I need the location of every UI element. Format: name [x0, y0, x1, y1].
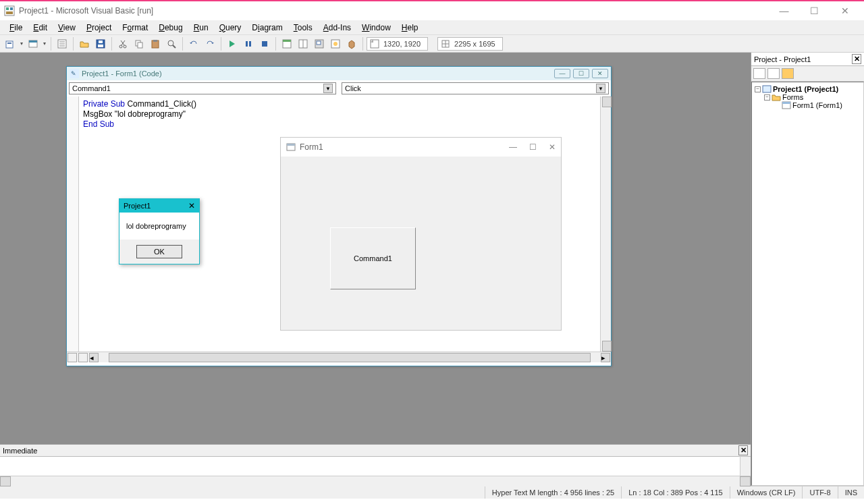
add-project-icon[interactable] [3, 36, 18, 51]
project-explorer-icon[interactable] [279, 36, 294, 51]
undo-icon[interactable] [186, 36, 201, 51]
menu-query[interactable]: Query [214, 22, 247, 34]
project-explorer-title: Project - Project1 [754, 55, 811, 63]
project-tree[interactable]: − Project1 (Project1) − Forms Form1 (For… [751, 82, 864, 486]
find-icon[interactable] [164, 36, 179, 51]
command1-button[interactable]: Command1 [330, 227, 416, 289]
svg-line-17 [122, 40, 125, 45]
copy-icon[interactable] [132, 36, 146, 51]
status-encoding: UTF-8 [802, 486, 837, 499]
toggle-folders-button[interactable] [782, 68, 794, 79]
chevron-down-icon[interactable]: ▼ [323, 84, 333, 93]
save-icon[interactable] [93, 36, 108, 51]
procedure-view-button[interactable] [68, 353, 77, 362]
code-vertical-scrollbar[interactable] [600, 96, 611, 352]
folder-icon [772, 93, 781, 101]
menu-debug[interactable]: Debug [153, 22, 188, 34]
menu-window[interactable]: Window [356, 22, 396, 34]
collapse-icon[interactable]: − [755, 86, 761, 92]
code-maximize-button[interactable]: ☐ [573, 69, 589, 78]
view-code-button[interactable] [753, 68, 765, 79]
svg-rect-29 [283, 40, 291, 42]
redo-icon[interactable] [202, 36, 217, 51]
message-box-text: lol dobreprogramy [119, 213, 199, 240]
tree-project-node[interactable]: − Project1 (Project1) [755, 85, 861, 93]
add-form-dropdown[interactable]: ▾ [42, 40, 47, 47]
status-position: Ln : 18 Col : 389 Pos : 4 115 [621, 486, 729, 499]
menubar: File Edit View Project Format Debug Run … [0, 20, 864, 35]
immediate-vertical-scrollbar[interactable] [740, 457, 751, 476]
menu-edit[interactable]: Edit [28, 22, 53, 34]
svg-rect-1 [6, 7, 9, 10]
window-minimize-button[interactable]: — [769, 1, 799, 20]
menu-view[interactable]: View [53, 22, 81, 34]
cut-icon[interactable] [115, 36, 130, 51]
svg-rect-25 [246, 41, 248, 47]
menu-editor-icon[interactable] [55, 36, 70, 51]
menu-format[interactable]: Format [117, 22, 153, 34]
message-box-ok-button[interactable]: OK [136, 245, 182, 258]
menu-file[interactable]: File [4, 22, 28, 34]
properties-icon[interactable] [296, 36, 310, 51]
menu-addins[interactable]: Add-Ins [318, 22, 356, 34]
hscroll-right[interactable]: ▸ [601, 353, 610, 362]
form1-close-button[interactable]: ✕ [549, 142, 556, 152]
message-box-titlebar[interactable]: Project1 ✕ [119, 199, 199, 213]
svg-rect-3 [6, 11, 13, 14]
view-object-button[interactable] [767, 68, 780, 79]
window-close-button[interactable]: ✕ [830, 1, 860, 20]
immediate-input[interactable] [0, 457, 751, 476]
collapse-icon[interactable]: − [764, 94, 770, 101]
menu-project[interactable]: Project [81, 22, 117, 34]
immediate-title: Immediate [3, 447, 37, 455]
window-maximize-button[interactable]: ☐ [799, 1, 830, 20]
object-combo-value: Command1 [72, 84, 111, 92]
code-window-titlebar[interactable]: ✎ Project1 - Form1 (Code) — ☐ ✕ [67, 67, 611, 80]
pause-icon[interactable] [241, 36, 256, 51]
svg-rect-33 [317, 41, 321, 45]
object-combo[interactable]: Command1 ▼ [69, 82, 336, 94]
immediate-close-button[interactable]: ✕ [738, 445, 748, 455]
chevron-down-icon[interactable]: ▼ [596, 84, 605, 93]
svg-rect-7 [29, 40, 37, 43]
menu-diagram[interactable]: Diagram [246, 22, 288, 34]
code-minimize-button[interactable]: — [554, 69, 570, 78]
svg-point-15 [119, 45, 122, 48]
open-icon[interactable] [77, 36, 92, 51]
code-close-button[interactable]: ✕ [592, 69, 608, 78]
paste-icon[interactable] [148, 36, 163, 51]
menu-tools[interactable]: Tools [288, 22, 318, 34]
hscroll-left-icon[interactable] [0, 476, 11, 486]
project-explorer: Project - Project1 ✕ − Project1 (Project… [751, 53, 864, 486]
object-browser-icon[interactable] [328, 36, 343, 51]
form-layout-icon[interactable] [312, 36, 327, 51]
add-form-icon[interactable] [26, 36, 40, 51]
svg-rect-26 [249, 41, 251, 47]
toolbox-icon[interactable] [344, 36, 359, 51]
full-module-view-button[interactable] [78, 353, 88, 362]
stop-icon[interactable] [257, 36, 272, 51]
add-project-dropdown[interactable]: ▾ [19, 40, 24, 47]
message-box-close-button[interactable]: ✕ [188, 201, 195, 211]
code-window-title: Project1 - Form1 (Code) [82, 69, 162, 78]
size-display: 2295 x 1695 [437, 37, 503, 51]
form1-minimize-button[interactable]: — [509, 142, 517, 152]
menu-run[interactable]: Run [188, 22, 214, 34]
svg-point-35 [333, 42, 338, 46]
immediate-horizontal-scrollbar[interactable] [0, 476, 751, 486]
project-explorer-close-button[interactable]: ✕ [852, 54, 861, 64]
form-icon [286, 142, 296, 152]
immediate-window: Immediate ✕ [0, 444, 751, 486]
form1-title: Form1 [300, 142, 323, 152]
tree-forms-folder[interactable]: − Forms [755, 93, 861, 101]
hscroll-left[interactable]: ◂ [89, 353, 99, 362]
tree-form1-node[interactable]: Form1 (Form1) [755, 101, 861, 109]
form1-window: Form1 — ☐ ✕ Command1 [280, 137, 562, 331]
run-icon[interactable] [225, 36, 240, 51]
procedure-combo[interactable]: Click ▼ [342, 82, 609, 94]
code-horizontal-scrollbar[interactable] [109, 353, 591, 362]
menu-help[interactable]: Help [396, 22, 424, 34]
form1-maximize-button[interactable]: ☐ [529, 142, 537, 152]
hscroll-right-icon[interactable] [740, 476, 751, 486]
form1-titlebar[interactable]: Form1 — ☐ ✕ [281, 138, 561, 157]
